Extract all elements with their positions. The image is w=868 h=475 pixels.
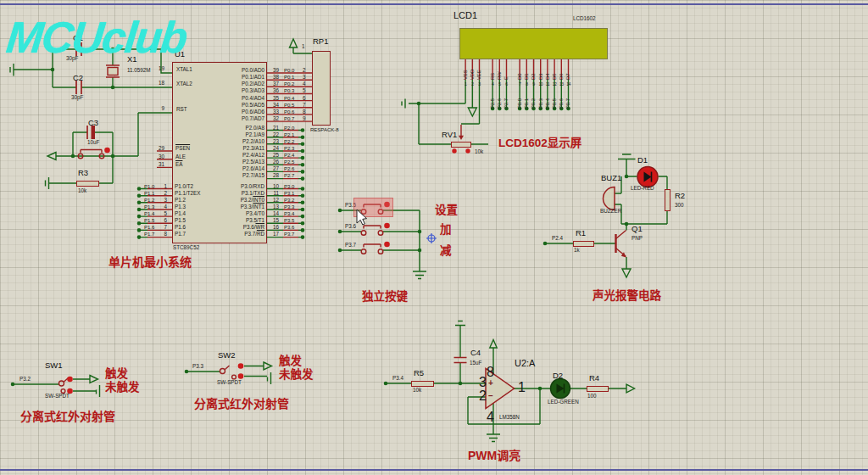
pwm-caption: PWM调亮 xyxy=(468,450,520,462)
lcd-pin-col: E 6 P2.7 xyxy=(503,60,509,113)
rp1-pin1-num: 1 xyxy=(302,44,305,50)
watermark: MCUclub xyxy=(4,12,189,63)
sw1-net: P3.2 xyxy=(19,377,31,383)
mcu-p3-pin-row: P3.2/INT0 12 P3.2 xyxy=(193,197,298,204)
mcu-p1-pin-row: P1.0 1 P1.0/T2 xyxy=(144,183,200,190)
key1-label: 设置 xyxy=(435,204,458,217)
mcu-p2-pins: P2.0/A8 21 P2.0 P2.1/A9 22 P2.1 P2.2/A10… xyxy=(193,125,298,180)
mcu-p0-pin-row: P0.2/AD2 37 P0.2 4 xyxy=(193,81,306,87)
r1-ref: R1 xyxy=(576,229,586,238)
q1-part: PNP xyxy=(632,236,643,242)
lcd-ctrl-pins: RS 4 P2.5 RW 5 P2.6 E 6 P2.7 xyxy=(489,60,510,113)
sw1-off-label: 未触发 xyxy=(105,382,140,394)
mcu-p3-pin-row: P3.7/RD 17 P3.7 xyxy=(193,231,298,238)
key2-net: P3.6 xyxy=(345,224,356,230)
mcu-p2-pin-row: P2.5/A13 26 P2.5 xyxy=(193,159,298,165)
lcd1602-screen[interactable] xyxy=(459,28,608,59)
u2a-ref: U2:A xyxy=(515,358,535,368)
resistor-r5[interactable] xyxy=(411,381,434,387)
lcd-pin-col: VSS 1 xyxy=(462,60,469,113)
mcu-p1-pin-row: P1.1 2 P1.1/T2EX xyxy=(144,190,200,197)
lcd-data-pins: D0 7 P0.0 D1 8 P0.1 D2 9 P0.2 D3 10 P0.3 xyxy=(516,60,572,113)
d1-part: LED-RED xyxy=(631,186,654,192)
d1-ref: D1 xyxy=(637,156,648,165)
mcu-p3-pin-row: P3.4/T0 14 P3.4 xyxy=(193,210,298,217)
c3-ref: C3 xyxy=(88,119,98,127)
mcu-p0-pin-row: P0.4/AD4 35 P0.4 6 xyxy=(193,95,306,102)
lcd-pin-col: D0 7 P0.0 xyxy=(516,60,523,113)
mcu-p2-pin-row: P2.1/A9 22 P2.1 xyxy=(193,131,298,138)
mcu-p1-pin-row: P1.7 8 P1.7 xyxy=(144,231,200,238)
lcd-pin-col: D5 12 P0.5 xyxy=(551,60,558,113)
resistor-r4[interactable] xyxy=(587,386,609,392)
ir1-caption: 分离式红外对射管 xyxy=(20,411,115,423)
r5-value: 10k xyxy=(413,388,421,394)
rp1-ref: RP1 xyxy=(313,37,328,46)
c2-value: 30pF xyxy=(71,95,83,101)
mcu-p1-pin-row: P1.6 7 P1.6 xyxy=(144,224,200,231)
mcu-p3-pin-row: P3.1/TXD 11 P3.1 xyxy=(193,190,298,197)
r3-ref: R3 xyxy=(78,169,88,177)
r2-value: 300 xyxy=(675,203,684,209)
c2-ref: C2 xyxy=(73,74,83,82)
lcd-power-pins: VSS 1 VDD 2 VEE 3 xyxy=(462,60,483,113)
mcu-p2-pin-row: P2.3/A11 24 P2.3 xyxy=(193,145,298,152)
mcu-p3-pin-row: P3.0/RXD 10 P3.0 xyxy=(193,183,298,190)
sw2-off-label: 未触发 xyxy=(279,369,314,382)
opamp-minus-sign: − xyxy=(488,391,493,400)
mcu-ctrl-pin-row: 29 PSEN xyxy=(151,144,190,153)
r4-ref: R4 xyxy=(589,374,599,383)
r1-value: 1k xyxy=(574,248,580,254)
rv1-ref: RV1 xyxy=(442,131,457,139)
key3-label: 减 xyxy=(440,245,452,258)
pin-num-9: 9 xyxy=(151,106,164,112)
c4-value: 15uF xyxy=(470,360,481,366)
mcu-p2-pin-row: P2.2/A10 23 P2.2 xyxy=(193,138,298,145)
mcu-p1-pin-row: P1.5 6 P1.5 xyxy=(144,217,200,224)
lcd-caption: LCD1602显示屏 xyxy=(498,137,581,150)
lcd-pin-col: D1 8 P0.1 xyxy=(523,60,530,113)
r4-value: 100 xyxy=(587,394,597,400)
lcd-pin-col: RS 4 P2.5 xyxy=(489,60,496,113)
opamp-pin3: 3 xyxy=(479,375,487,390)
mcu-ctrl-pin-row: 31 EA xyxy=(151,160,190,169)
proteus-schematic-canvas[interactable]: U1 STC89C52 XTAL1 19 XTAL2 18 RST 9 29 P… xyxy=(0,0,868,475)
resistor-r2[interactable] xyxy=(665,189,670,211)
sw1-on-label: 触发 xyxy=(105,368,128,381)
opamp-pin2: 2 xyxy=(479,388,487,404)
x1-value: 11.0592M xyxy=(127,68,151,74)
resistor-r3[interactable] xyxy=(76,181,99,187)
q1-ref: Q1 xyxy=(632,225,643,233)
sw2-ref: SW2 xyxy=(218,351,236,360)
lcd-pin-col: VDD 2 xyxy=(469,60,476,113)
mcu-part: STC89C52 xyxy=(173,245,199,251)
alarm-net: P2.4 xyxy=(552,236,563,242)
mcu-p0-pins: P0.0/AD0 39 P0.0 2 P0.1/AD1 38 P0.1 3 P0… xyxy=(193,67,306,122)
sw2-on-label: 触发 xyxy=(279,355,302,368)
mcu-p0-pin-row: P0.6/AD6 33 P0.6 8 xyxy=(193,109,306,115)
mouse-cursor xyxy=(356,209,370,227)
mcu-p0-pin-row: P0.0/AD0 39 P0.0 2 xyxy=(193,67,306,74)
respack-rp1[interactable] xyxy=(312,51,331,126)
opamp-pin8: 8 xyxy=(487,365,494,380)
mcu-p1-pin-row: P1.3 4 P1.3 xyxy=(144,204,200,210)
resistor-r1[interactable] xyxy=(573,241,594,247)
lcd-pin-col: D4 11 P0.4 xyxy=(544,60,551,113)
mcu-ctrl-pin-row: 30 ALE xyxy=(151,153,190,161)
pin-num-18: 18 xyxy=(151,81,164,87)
mcu-p3-pins: P3.0/RXD 10 P3.0 P3.1/TXD 11 P3.1 P3.2/I… xyxy=(193,183,298,238)
mcu-p2-pin-row: P2.7/A15 28 P2.7 xyxy=(193,172,298,179)
potentiometer-rv1[interactable] xyxy=(451,142,471,148)
sw1-ref: SW1 xyxy=(45,361,63,370)
mcu-p1-pin-row: P1.2 3 P1.2 xyxy=(144,197,200,204)
mcu-p0-pin-row: P0.5/AD5 34 P0.5 7 xyxy=(193,102,306,109)
mcu-p1-pins: P1.0 1 P1.0/T2 P1.1 2 P1.1/T2EX P1.2 3 P… xyxy=(144,183,200,238)
lcd-pin-col: VEE 3 xyxy=(476,60,482,113)
sw2-part: SW-SPDT xyxy=(217,380,242,386)
r2-ref: R2 xyxy=(675,192,685,200)
c4-ref: C4 xyxy=(470,349,481,357)
opamp-pin1: 1 xyxy=(518,380,526,395)
d2-ref: D2 xyxy=(553,372,563,380)
pin-xtal1: XTAL1 xyxy=(176,67,192,73)
r3-value: 10k xyxy=(78,188,86,194)
